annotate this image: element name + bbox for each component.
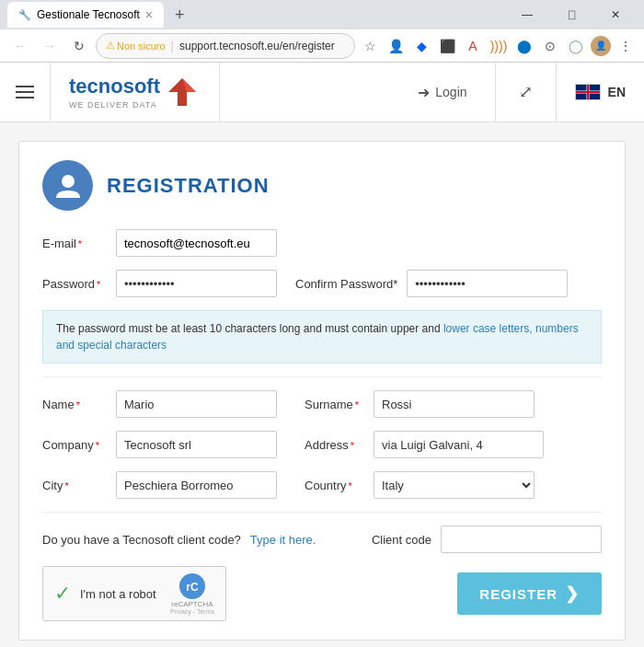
extension2-icon[interactable]: A <box>462 35 484 57</box>
extension5-icon[interactable]: ◯ <box>565 35 587 57</box>
tab-title: Gestionale Tecnosoft <box>37 8 140 21</box>
address-bar[interactable]: ⚠ Non sicuro | support.tecnosoft.eu/en/r… <box>96 33 355 59</box>
register-button[interactable]: REGISTER ❯ <box>457 572 602 615</box>
city-input[interactable] <box>116 471 277 499</box>
nav-icons: ☆ 👤 ◆ ⬛ A )))) ⬤ ⊙ ◯ 👤 ⋮ <box>359 35 637 57</box>
lang-text: EN <box>608 85 626 99</box>
country-label: Country* <box>305 479 364 492</box>
confirm-password-label: Confirm Password* <box>295 277 397 291</box>
extension4-icon[interactable]: ⊙ <box>539 35 561 57</box>
language-selector[interactable]: EN <box>557 63 644 122</box>
client-question: Do you have a Tecnosoft client code? <box>42 533 241 547</box>
logo-area: tecnosoft WE DELIVER DATA <box>51 63 220 122</box>
captcha-label: I'm not a robot <box>80 587 156 601</box>
client-link[interactable]: Type it here. <box>250 533 316 547</box>
password-label: Password* <box>42 277 107 291</box>
client-code-input[interactable] <box>441 526 602 553</box>
dropbox-icon[interactable]: ◆ <box>410 35 432 57</box>
registration-card: REGISTRATION E-mail* Password* Confirm P… <box>18 141 626 641</box>
minimize-button[interactable]: — <box>506 0 548 29</box>
menu-icon[interactable]: ⋮ <box>615 35 637 57</box>
page-title: REGISTRATION <box>107 174 270 198</box>
security-warning: ⚠ Non sicuro <box>106 40 166 52</box>
surname-input[interactable] <box>374 390 535 418</box>
city-label: City* <box>42 479 107 492</box>
back-button[interactable]: ← <box>7 33 33 59</box>
active-tab[interactable]: 🔧 Gestionale Tecnosoft × <box>7 2 164 28</box>
title-bar: 🔧 Gestionale Tecnosoft × + — ⎕ ✕ <box>0 0 644 29</box>
password-input[interactable] <box>116 270 277 297</box>
captcha-recaptcha-text: reCAPTCHA <box>171 600 213 608</box>
login-arrow-icon: ➜ <box>418 84 430 101</box>
name-input[interactable] <box>116 390 277 418</box>
registration-header: REGISTRATION <box>42 160 602 211</box>
tab-close-button[interactable]: × <box>145 7 153 22</box>
main-content: REGISTRATION E-mail* Password* Confirm P… <box>0 122 644 647</box>
site-header: tecnosoft WE DELIVER DATA ➜ Login ⤢ EN <box>0 63 644 122</box>
password-hint: The password must be at least 10 charact… <box>42 310 602 364</box>
extension3-icon[interactable]: ⬤ <box>513 35 535 57</box>
email-label: E-mail* <box>42 237 107 250</box>
client-section: Do you have a Tecnosoft client code? Typ… <box>42 526 602 553</box>
name-row: Name* Surname* <box>42 390 602 418</box>
address-input[interactable] <box>374 431 544 458</box>
register-arrow-icon: ❯ <box>565 583 580 604</box>
divider-2 <box>42 512 602 513</box>
expand-button[interactable]: ⤢ <box>496 63 557 122</box>
register-label: REGISTER <box>479 586 558 602</box>
captcha-check-icon: ✓ <box>54 582 71 606</box>
name-label: Name* <box>42 398 107 411</box>
password-row: Password* Confirm Password* <box>42 270 602 297</box>
password-hint-highlight: lower case letters, numbers and special … <box>56 322 579 352</box>
tab-favicon: 🔧 <box>18 9 31 21</box>
captcha-box[interactable]: ✓ I'm not a robot rC reCAPTCHA Privacy -… <box>42 566 226 621</box>
flag-icon <box>575 84 601 100</box>
reload-button[interactable]: ↻ <box>66 33 92 59</box>
nav-bar: ← → ↻ ⚠ Non sicuro | support.tecnosoft.e… <box>0 29 644 63</box>
forward-button[interactable]: → <box>37 33 63 59</box>
expand-icon: ⤢ <box>519 82 533 102</box>
divider <box>42 376 602 377</box>
company-input[interactable] <box>116 431 277 458</box>
restore-button[interactable]: ⎕ <box>550 0 592 29</box>
login-label: Login <box>435 85 466 99</box>
extension1-icon[interactable]: ⬛ <box>436 35 458 57</box>
captcha-logo: rC reCAPTCHA Privacy - Terms <box>170 572 214 615</box>
svg-text:rC: rC <box>186 581 199 594</box>
new-tab-button[interactable]: + <box>169 6 190 25</box>
hamburger-icon <box>16 86 34 98</box>
client-code-label: Client code <box>358 533 431 547</box>
logo-sub: WE DELIVER DATA <box>69 100 160 110</box>
close-button[interactable]: ✕ <box>594 0 637 29</box>
svg-point-2 <box>62 175 75 188</box>
window-controls: — ⎕ ✕ <box>506 0 637 29</box>
company-label: Company* <box>42 438 107 452</box>
login-button[interactable]: ➜ Login <box>390 63 495 122</box>
bottom-row: ✓ I'm not a robot rC reCAPTCHA Privacy -… <box>42 566 602 621</box>
surname-label: Surname* <box>305 398 364 411</box>
bookmark-icon[interactable]: ☆ <box>359 35 381 57</box>
user-avatar-icon[interactable]: 👤 <box>591 36 611 56</box>
avatar-icon <box>54 172 82 200</box>
email-row: E-mail* <box>42 229 602 257</box>
security-text: Non sicuro <box>117 40 166 52</box>
recaptcha-icon: rC <box>178 572 206 600</box>
menu-button[interactable] <box>0 63 51 122</box>
rss-icon[interactable]: )))) <box>488 35 510 57</box>
profile-icon[interactable]: 👤 <box>385 35 407 57</box>
company-row: Company* Address* <box>42 431 602 458</box>
city-row: City* Country* Italy France Germany Spai… <box>42 471 602 499</box>
address-label: Address* <box>305 438 364 452</box>
country-select[interactable]: Italy France Germany Spain United Kingdo… <box>374 471 535 499</box>
user-avatar <box>42 160 93 211</box>
email-input[interactable] <box>116 229 277 257</box>
address-text: support.tecnosoft.eu/en/register <box>179 40 345 52</box>
logo-name: tecnosoft <box>69 75 160 98</box>
captcha-terms: Privacy - Terms <box>170 608 214 615</box>
confirm-password-input[interactable] <box>407 270 568 297</box>
logo-icon <box>164 74 201 110</box>
